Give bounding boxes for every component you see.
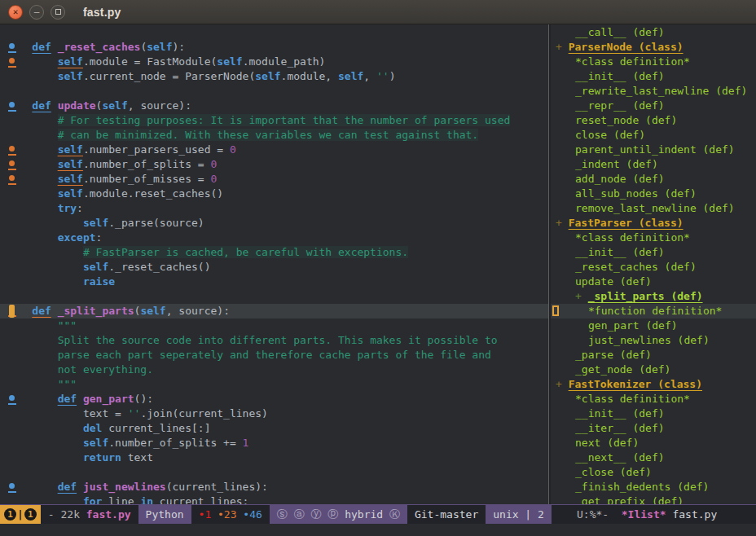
code-line[interactable]: except: [0, 231, 548, 245]
outline-item[interactable]: reset_node (def) [551, 113, 756, 128]
code-line[interactable]: def update(self, source): [0, 99, 548, 113]
modeline-segment-encoding[interactable]: unix | 2 [486, 505, 552, 524]
close-button[interactable]: ✕ [8, 5, 23, 20]
modeline-segment-window-numbers[interactable]: 1|1 [0, 505, 41, 524]
outline-item[interactable]: parent_until_indent (def) [551, 143, 756, 157]
code-token: self [255, 70, 280, 82]
outline-item[interactable]: __iter__ (def) [551, 421, 756, 436]
outline-item[interactable]: *class definition* [551, 231, 756, 245]
code-line[interactable]: def _reset_caches(self): [0, 40, 548, 55]
code-line[interactable]: self.number_parsers_used = 0 [0, 143, 548, 157]
modeline-segment-major-mode[interactable]: Python [138, 505, 191, 524]
code-line[interactable]: text = ''.join(current_lines) [0, 406, 548, 421]
code-line[interactable]: del current_lines[:] [0, 421, 548, 436]
code-line[interactable]: def just_newlines(current_lines): [0, 480, 548, 494]
code-line[interactable] [0, 289, 548, 304]
code-line[interactable] [0, 84, 548, 99]
outline-item[interactable]: _reset_caches (def) [551, 260, 756, 275]
outline-item[interactable]: add_node (def) [551, 172, 756, 187]
code-line[interactable] [0, 465, 548, 480]
code-token: self [58, 55, 83, 68]
outline-item[interactable]: _finish_dedents (def) [551, 480, 756, 494]
code-line[interactable]: return text [0, 450, 548, 465]
outline-item[interactable]: _indent (def) [551, 157, 756, 172]
outline-item-label: close (def) [575, 129, 645, 141]
code-line[interactable]: """ [0, 319, 548, 333]
code-line[interactable] [0, 25, 548, 40]
code-line[interactable]: self._parse(source) [0, 216, 548, 231]
code-token [7, 349, 58, 361]
maximize-button[interactable] [51, 5, 65, 20]
code-token: 0 [210, 158, 217, 170]
modeline-segment-git-branch[interactable]: Git-master [407, 505, 486, 524]
code-line[interactable]: self._reset_caches() [0, 260, 548, 275]
outline-item[interactable]: all_sub_nodes (def) [551, 187, 756, 201]
minimize-button[interactable]: – [29, 5, 44, 20]
outline-item-label: __init__ (def) [575, 407, 665, 420]
fold-plus-icon[interactable]: + [575, 290, 588, 302]
code-token: update [58, 99, 96, 112]
outline-item[interactable]: just_newlines (def) [551, 333, 756, 348]
modeline-segment-minor-modes[interactable]: ⓢ ⓐ ⓨ ⓟ hybrid Ⓚ [270, 505, 407, 524]
outline-item-label: __next__ (def) [575, 451, 665, 464]
outline-item[interactable]: __call__ (def) [551, 25, 756, 40]
code-line[interactable]: self.number_of_splits = 0 [0, 157, 548, 172]
titlebar[interactable]: ✕ – fast.py [0, 0, 756, 24]
code-line[interactable]: # can be minimized. With these variables… [0, 128, 548, 143]
code-line[interactable]: Split the source code into different par… [0, 333, 548, 348]
code-line[interactable]: self.number_of_splits += 1 [0, 436, 548, 450]
outline-item[interactable]: _close (def) [551, 465, 756, 480]
fold-plus-icon[interactable]: + [556, 217, 569, 229]
modeline-segment-flycheck-counts[interactable]: •1 •23 •46 [191, 505, 270, 524]
code-line[interactable]: not everything. [0, 362, 548, 377]
outline-item[interactable]: _parse (def) [551, 348, 756, 362]
outline-item[interactable]: + ParserNode (class) [551, 40, 756, 55]
outline-item[interactable]: _get_prefix (def) [551, 494, 756, 504]
outline-item[interactable]: gen_part (def) [551, 319, 756, 333]
outline-item[interactable]: __init__ (def) [551, 406, 756, 421]
outline-item[interactable]: __init__ (def) [551, 69, 756, 84]
outline-item[interactable]: remove_last_newline (def) [551, 201, 756, 216]
code-line[interactable]: self.module.reset_caches() [0, 187, 548, 201]
modeline-right-window[interactable]: U:%*- *Ilist* fast.py [570, 505, 756, 524]
code-line[interactable]: # For testing purposes: It is important … [0, 113, 548, 128]
code-line[interactable]: self.current_node = ParserNode(self.modu… [0, 69, 548, 84]
code-line[interactable]: def gen_part(): [0, 392, 548, 406]
modeline-text: - 22k [48, 508, 86, 521]
close-icon: ✕ [13, 5, 19, 20]
code-line[interactable]: # FastParser is cached, be careful with … [0, 245, 548, 260]
outline-item[interactable]: update (def) [551, 275, 756, 289]
outline-item[interactable]: __init__ (def) [551, 245, 756, 260]
outline-item[interactable]: _get_node (def) [551, 362, 756, 377]
code-pane[interactable]: def _reset_caches(self): self.module = F… [0, 24, 548, 504]
outline-item[interactable]: + FastParser (class) [551, 216, 756, 231]
outline-item-label: gen_part (def) [588, 319, 678, 332]
outline-item[interactable]: _rewrite_last_newline (def) [551, 84, 756, 99]
code-token: try [58, 202, 77, 214]
echo-area[interactable] [0, 524, 756, 536]
outline-item[interactable]: *class definition* [551, 55, 756, 69]
imenu-outline-pane[interactable]: __call__ (def)+ ParserNode (class)*class… [551, 24, 756, 504]
code-line[interactable]: for line in current_lines: [0, 494, 548, 504]
code-line[interactable]: parse each part seperately and therefore… [0, 348, 548, 362]
outline-item[interactable]: __repr__ (def) [551, 99, 756, 113]
fold-plus-icon[interactable]: + [556, 41, 569, 53]
code-line[interactable]: raise [0, 275, 548, 289]
code-line[interactable]: """ [0, 377, 548, 392]
code-token: return [83, 451, 121, 464]
modeline-text: 1 [4, 508, 16, 521]
fold-plus-icon[interactable]: + [556, 378, 569, 390]
outline-item[interactable]: *class definition* [551, 392, 756, 406]
code-line[interactable]: try: [0, 201, 548, 216]
outline-item[interactable]: close (def) [551, 128, 756, 143]
outline-item[interactable]: __next__ (def) [551, 450, 756, 465]
outline-item[interactable]: *function definition* [551, 304, 756, 319]
outline-item[interactable]: + FastTokenizer (class) [551, 377, 756, 392]
modeline-segment-buffer-info[interactable]: - 22k fast.py [41, 505, 138, 524]
code-line[interactable]: def _split_parts(self, source): [0, 304, 548, 319]
outline-item[interactable]: + _split_parts (def) [551, 289, 756, 304]
modeline-text: fast.py [86, 508, 131, 521]
outline-item[interactable]: next (def) [551, 436, 756, 450]
code-line[interactable]: self.module = FastModule(self.module_pat… [0, 55, 548, 69]
code-line[interactable]: self.number_of_misses = 0 [0, 172, 548, 187]
